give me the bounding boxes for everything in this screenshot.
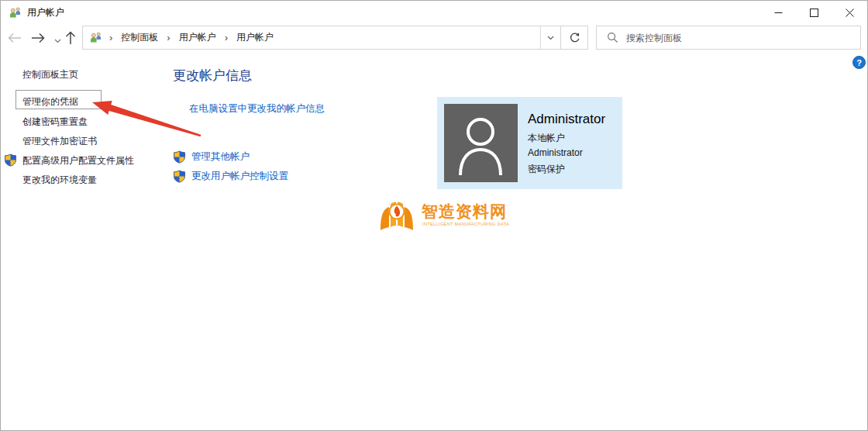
forward-button[interactable] bbox=[29, 29, 46, 47]
breadcrumb-separator: › bbox=[167, 32, 170, 43]
back-button[interactable] bbox=[6, 29, 23, 47]
link-change-uac-settings[interactable]: 更改用户帐户控制设置 bbox=[173, 170, 288, 183]
titlebar: 用户帐户 bbox=[1, 1, 867, 24]
window-controls bbox=[760, 1, 867, 24]
refresh-button[interactable] bbox=[560, 26, 588, 50]
arrow-left-icon bbox=[7, 33, 22, 43]
chevron-down-icon bbox=[54, 39, 61, 43]
address-bar[interactable]: › 控制面板 › 用户帐户 › 用户帐户 bbox=[82, 26, 561, 50]
arrow-up-icon bbox=[65, 30, 76, 46]
minimize-icon bbox=[774, 9, 783, 17]
user-accounts-window: 用户帐户 bbox=[0, 0, 868, 431]
window-title: 用户帐户 bbox=[27, 1, 64, 24]
magnifier-icon bbox=[607, 32, 618, 43]
question-mark-icon: ? bbox=[856, 58, 862, 67]
address-dropdown-button[interactable] bbox=[540, 26, 560, 49]
sidebar-item-change-environment-variables[interactable]: 更改我的环境变量 bbox=[22, 174, 97, 187]
uac-shield-icon bbox=[173, 150, 186, 164]
link-change-account-info-in-pc-settings[interactable]: 在电脑设置中更改我的帐户信息 bbox=[189, 102, 325, 116]
breadcrumb-separator: › bbox=[109, 32, 112, 43]
person-silhouette-icon bbox=[444, 104, 518, 182]
maximize-button[interactable] bbox=[796, 1, 832, 24]
account-type: 本地帐户 bbox=[528, 132, 565, 145]
sidebar-item-control-panel-home[interactable]: 控制面板主页 bbox=[22, 68, 78, 81]
breadcrumb-separator: › bbox=[225, 32, 228, 43]
users-icon bbox=[89, 31, 102, 44]
account-name: Administrator bbox=[528, 112, 605, 127]
uac-shield-icon bbox=[173, 170, 186, 183]
watermark-title: 智造资料网 bbox=[422, 201, 507, 222]
link-label: 更改用户帐户控制设置 bbox=[191, 170, 288, 183]
breadcrumb-control-panel[interactable]: 控制面板 bbox=[119, 31, 160, 44]
chevron-down-icon bbox=[547, 36, 554, 40]
page-title: 更改帐户信息 bbox=[173, 67, 252, 84]
breadcrumb-user-accounts[interactable]: 用户帐户 bbox=[177, 31, 218, 44]
account-tile: Administrator 本地帐户 Administrator 密码保护 bbox=[437, 97, 622, 189]
uac-shield-icon bbox=[4, 153, 17, 167]
account-password-status: 密码保护 bbox=[528, 163, 565, 176]
close-icon bbox=[846, 9, 854, 17]
link-label: 管理其他帐户 bbox=[191, 150, 250, 164]
search-input[interactable] bbox=[626, 33, 860, 43]
breadcrumb-user-accounts-2[interactable]: 用户帐户 bbox=[235, 31, 275, 44]
help-button[interactable]: ? bbox=[852, 56, 866, 69]
link-manage-other-accounts[interactable]: 管理其他帐户 bbox=[173, 150, 250, 164]
users-icon bbox=[9, 6, 22, 19]
maximize-icon bbox=[810, 9, 818, 17]
up-button[interactable] bbox=[62, 29, 79, 47]
book-flame-logo-icon bbox=[378, 198, 415, 234]
annotation-red-arrow bbox=[78, 88, 210, 146]
search-box bbox=[596, 26, 861, 50]
close-button[interactable] bbox=[832, 1, 867, 24]
sidebar-item-advanced-user-profiles[interactable]: 配置高级用户配置文件属性 bbox=[22, 154, 134, 167]
account-group: Administrator bbox=[528, 147, 583, 158]
refresh-icon bbox=[569, 32, 580, 43]
watermark-subtitle: INTELLIGENT MANUFACTURING DATA bbox=[422, 222, 509, 226]
avatar bbox=[444, 104, 518, 182]
minimize-button[interactable] bbox=[760, 1, 796, 24]
watermark: 智造资料网 INTELLIGENT MANUFACTURING DATA bbox=[378, 198, 549, 237]
arrow-right-icon bbox=[30, 33, 46, 43]
